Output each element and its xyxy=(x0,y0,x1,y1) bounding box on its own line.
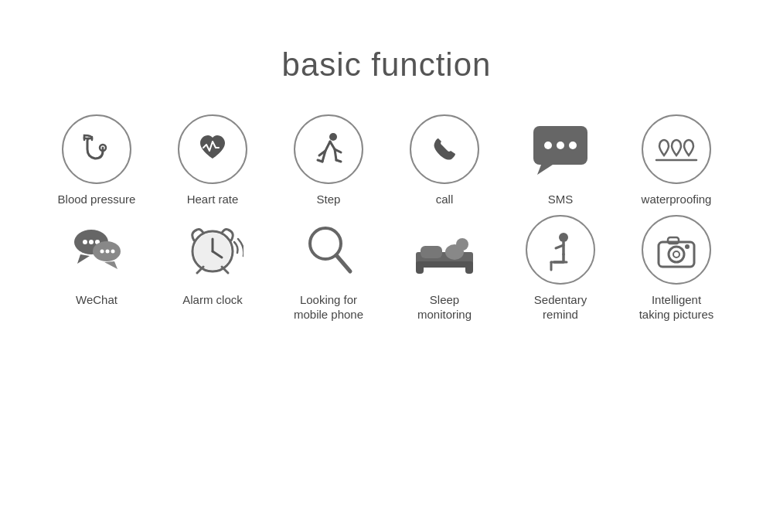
svg-point-36 xyxy=(456,238,468,251)
feature-find-phone: Looking formobile phone xyxy=(271,215,386,322)
svg-point-10 xyxy=(544,142,552,149)
feature-waterproofing: waterproofing xyxy=(618,114,734,207)
svg-point-21 xyxy=(100,249,104,253)
blood-pressure-label: Blood pressure xyxy=(58,192,136,207)
feature-grid: Blood pressure Heart rate xyxy=(39,114,734,322)
svg-marker-9 xyxy=(537,165,553,175)
page-title: basic function xyxy=(282,46,492,84)
feature-camera: Intelligenttaking pictures xyxy=(618,215,734,322)
feature-alarm: Alarm clock xyxy=(155,215,271,308)
find-phone-label: Looking formobile phone xyxy=(294,292,363,322)
svg-rect-34 xyxy=(421,246,442,258)
sedentary-label: Sedentaryremind xyxy=(534,292,587,322)
sleep-label: Sleepmonitoring xyxy=(417,292,472,322)
alarm-icon xyxy=(178,215,247,285)
feature-heart-rate: Heart rate xyxy=(155,114,271,207)
call-icon xyxy=(410,114,479,184)
feature-call: call xyxy=(386,114,502,207)
feature-row-2: WeChat xyxy=(39,215,734,322)
svg-point-7 xyxy=(329,133,337,141)
svg-point-39 xyxy=(559,233,568,242)
svg-marker-15 xyxy=(77,254,90,264)
svg-point-11 xyxy=(557,142,564,149)
svg-point-44 xyxy=(673,251,679,257)
svg-point-46 xyxy=(685,244,690,249)
svg-rect-33 xyxy=(416,261,473,268)
svg-point-2 xyxy=(102,147,104,149)
svg-point-16 xyxy=(83,240,87,244)
svg-marker-20 xyxy=(104,261,117,269)
step-icon xyxy=(294,114,363,184)
svg-line-31 xyxy=(336,255,350,271)
feature-wechat: WeChat xyxy=(39,215,155,308)
svg-rect-45 xyxy=(668,237,679,244)
svg-point-23 xyxy=(111,249,115,253)
svg-point-43 xyxy=(669,247,684,262)
wechat-icon xyxy=(62,215,131,285)
svg-point-17 xyxy=(89,240,94,244)
svg-point-22 xyxy=(106,249,110,253)
sms-label: SMS xyxy=(548,192,574,207)
sleep-icon xyxy=(410,215,479,285)
find-phone-icon xyxy=(294,215,363,285)
heart-rate-icon xyxy=(178,114,247,184)
waterproofing-label: waterproofing xyxy=(642,192,712,207)
svg-rect-38 xyxy=(465,263,473,274)
waterproof-icon xyxy=(642,114,711,184)
blood-pressure-icon xyxy=(62,114,131,184)
alarm-label: Alarm clock xyxy=(182,292,243,308)
call-label: call xyxy=(436,192,454,207)
step-label: Step xyxy=(317,192,341,207)
wechat-label: WeChat xyxy=(76,292,117,308)
feature-sleep: Sleepmonitoring xyxy=(386,215,502,322)
svg-point-12 xyxy=(569,142,577,149)
camera-icon xyxy=(642,215,711,285)
feature-step: Step xyxy=(271,114,386,207)
feature-row-1: Blood pressure Heart rate xyxy=(39,114,734,207)
feature-sms: SMS xyxy=(502,114,618,207)
heart-rate-label: Heart rate xyxy=(187,192,239,207)
sedentary-icon xyxy=(526,215,595,285)
feature-blood-pressure: Blood pressure xyxy=(39,114,155,207)
svg-rect-37 xyxy=(416,263,424,274)
camera-label: Intelligenttaking pictures xyxy=(639,292,714,322)
feature-sedentary: Sedentaryremind xyxy=(502,215,618,322)
sms-icon xyxy=(526,114,595,184)
